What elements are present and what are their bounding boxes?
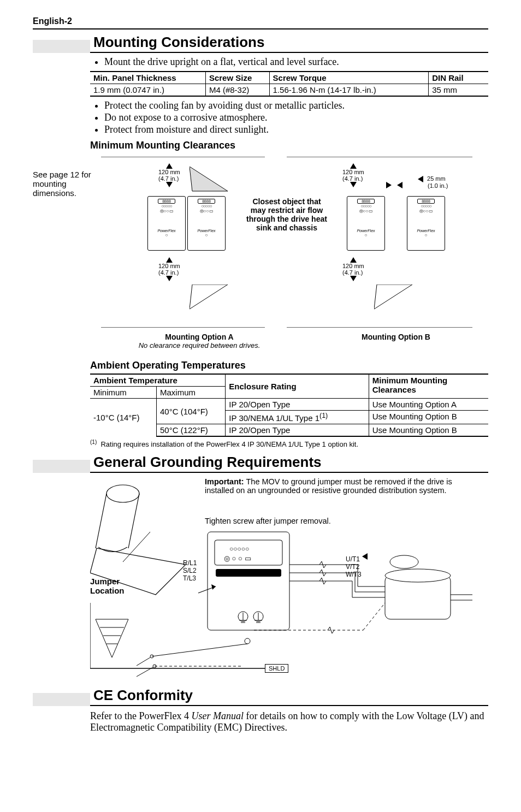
label-tl3: T/L3 — [183, 574, 196, 582]
section-title-mounting: Mounting Considerations — [90, 34, 488, 53]
td-min-temp: -10°C (14°F) — [90, 399, 157, 437]
th-enclosure: Enclosure Rating — [226, 374, 369, 399]
clearance-figure: See page 12 for mounting dimensions. 888… — [90, 153, 488, 355]
bullet-moisture: Protect from moisture and direct sunligh… — [104, 124, 488, 135]
td-c2: M4 (#8-32) — [205, 84, 269, 97]
th-ambient-temp: Ambient Temperature — [90, 374, 226, 387]
th-min: Minimum — [90, 387, 157, 399]
th-screw-size: Screw Size — [205, 72, 269, 84]
label-wt3: W/T3 — [346, 571, 362, 578]
section-accent — [33, 460, 90, 473]
label-sl2: S/L2 — [183, 567, 197, 574]
figure-side-note: See page 12 for mounting dimensions. — [33, 170, 109, 198]
svg-point-36 — [390, 555, 418, 568]
svg-line-33 — [363, 603, 385, 630]
label-rl1: R/L1 — [183, 559, 197, 567]
td-er1: IP 20/Open Type — [226, 399, 369, 411]
td-c4: 35 mm — [429, 84, 488, 97]
svg-marker-16 — [96, 619, 128, 657]
svg-marker-2 — [374, 285, 412, 309]
shld-label: SHLD — [265, 664, 288, 673]
bullet-corrosive: Do not expose to a corrosive atmosphere. — [104, 112, 488, 123]
svg-line-4 — [96, 494, 106, 548]
page-header: English-2 — [33, 16, 72, 26]
bullet-protect-fan: Protect the cooling fan by avoiding dust… — [104, 100, 488, 111]
svg-marker-1 — [190, 285, 228, 309]
mounting-option-b: Mounting Option B — [314, 333, 478, 341]
th-max: Maximum — [157, 387, 226, 399]
th-screw-torque: Screw Torque — [269, 72, 429, 84]
mounting-option-a: Mounting Option A — [117, 333, 281, 341]
th-min-mount: Minimum MountingClearances — [369, 374, 488, 399]
footnote-1: (1) Rating requires installation of the … — [90, 439, 488, 448]
subhead-ambient: Ambient Operating Temperatures — [90, 360, 488, 371]
ce-body: Refer to the PowerFlex 4 User Manual for… — [90, 710, 488, 733]
section-title-grounding: General Grounding Requirements — [90, 454, 488, 473]
svg-point-3 — [106, 485, 139, 502]
arrow-icon — [362, 553, 368, 560]
section-accent — [33, 693, 90, 706]
th-din-rail: DIN Rail — [429, 72, 488, 84]
mounting-option-a-sub: No clearance required between drives. — [117, 341, 281, 349]
svg-point-28 — [245, 638, 250, 644]
jumper-location-label: JumperLocation — [90, 577, 125, 595]
svg-line-44 — [152, 644, 247, 656]
ambient-table: Ambient Temperature Enclosure Rating Min… — [90, 374, 488, 437]
th-min-panel: Min. Panel Thickness — [90, 72, 205, 84]
td-mm2: Use Mounting Option B — [369, 411, 488, 424]
grounding-figure: Important: The MOV to ground jumper must… — [90, 477, 488, 685]
svg-rect-11 — [216, 569, 281, 577]
td-c3: 1.56-1.96 N-m (14-17 lb.-in.) — [269, 84, 429, 97]
svg-text:◎ ○ ○ ▭: ◎ ○ ○ ▭ — [224, 554, 251, 562]
td-er3: IP 20/Open Type — [226, 424, 369, 437]
svg-text:○○○○○: ○○○○○ — [229, 545, 249, 553]
section-accent — [33, 40, 90, 53]
td-max-40: 40°C (104°F) — [157, 399, 226, 424]
label-ut1: U/T1 — [346, 555, 360, 563]
label-vt2: V/T2 — [346, 563, 359, 571]
svg-marker-0 — [190, 167, 228, 191]
svg-line-39 — [137, 657, 150, 666]
subhead-min-clearances: Minimum Mounting Clearances — [90, 140, 488, 151]
section-title-ce: CE Conformity — [90, 687, 488, 706]
svg-point-35 — [385, 569, 451, 582]
td-c1: 1.9 mm (0.0747 in.) — [90, 84, 205, 97]
panel-thickness-table: Min. Panel Thickness Screw Size Screw To… — [90, 71, 488, 97]
bullet-mount-upright: Mount the drive upright on a flat, verti… — [104, 56, 488, 68]
td-er2: IP 30/NEMA 1/UL Type 1(1) — [226, 411, 369, 424]
td-max-50: 50°C (122°F) — [157, 424, 226, 437]
td-mm3: Use Mounting Option B — [369, 424, 488, 437]
td-mm1: Use Mounting Option A — [369, 399, 488, 411]
